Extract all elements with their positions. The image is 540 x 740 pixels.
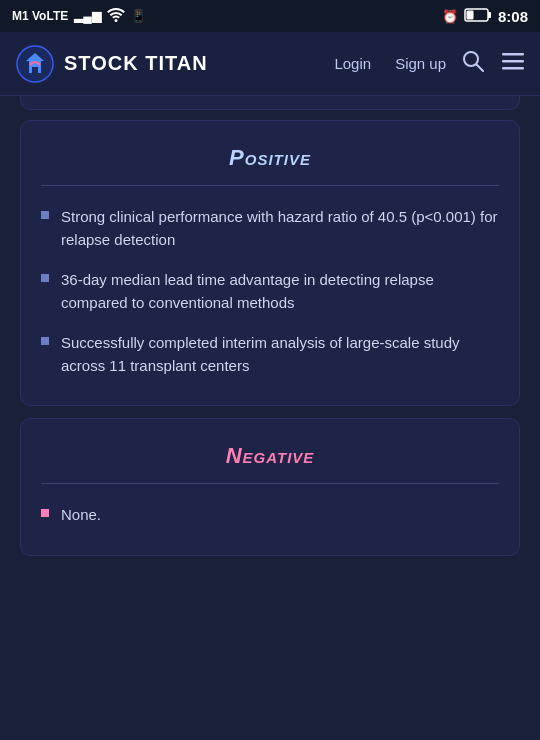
bullet-text: Strong clinical performance with hazard … [61,206,499,251]
positive-title: Positive [41,145,499,171]
svg-rect-1 [488,12,491,18]
time-display: 8:08 [498,8,528,25]
list-item: 36-day median lead time advantage in det… [41,269,499,314]
list-item: None. [41,504,499,527]
status-left: M1 VoLTE ▂▄▆ 📱 [12,8,146,25]
svg-rect-8 [502,67,524,70]
nav-icons [462,50,524,77]
content-area: Positive Strong clinical performance wit… [0,110,540,566]
bullet-icon [41,211,49,219]
bullet-icon [41,509,49,517]
bullet-text: 36-day median lead time advantage in det… [61,269,499,314]
bullet-text: None. [61,504,101,527]
top-card-partial [20,96,520,110]
positive-bullet-list: Strong clinical performance with hazard … [41,206,499,377]
negative-title: Negative [41,443,499,469]
navbar: STOCK TITAN Login Sign up [0,32,540,96]
alarm-icon: ⏰ [442,9,458,24]
positive-divider [41,185,499,186]
bullet-icon [41,337,49,345]
wifi-icon [107,8,125,25]
status-right: ⏰ 8:08 [442,8,528,25]
positive-card: Positive Strong clinical performance wit… [20,120,520,406]
login-link[interactable]: Login [334,55,371,72]
svg-rect-2 [466,10,473,19]
svg-rect-6 [502,53,524,56]
svg-line-5 [477,65,484,72]
signal-icon: ▂▄▆ [74,9,101,23]
negative-divider [41,483,499,484]
signup-link[interactable]: Sign up [395,55,446,72]
svg-rect-7 [502,60,524,63]
list-item: Successfully completed interim analysis … [41,332,499,377]
bullet-text: Successfully completed interim analysis … [61,332,499,377]
logo-text: STOCK TITAN [64,52,208,75]
negative-card: Negative None. [20,418,520,556]
nav-links: Login Sign up [334,55,446,72]
list-item: Strong clinical performance with hazard … [41,206,499,251]
whatsapp-icon: 📱 [131,9,146,23]
bullet-icon [41,274,49,282]
logo-container: STOCK TITAN [16,45,334,83]
carrier-label: M1 VoLTE [12,9,68,23]
negative-bullet-list: None. [41,504,499,527]
search-icon[interactable] [462,50,484,77]
battery-indicator [464,8,492,25]
status-bar: M1 VoLTE ▂▄▆ 📱 ⏰ 8:08 [0,0,540,32]
menu-icon[interactable] [502,50,524,77]
logo-icon [16,45,54,83]
